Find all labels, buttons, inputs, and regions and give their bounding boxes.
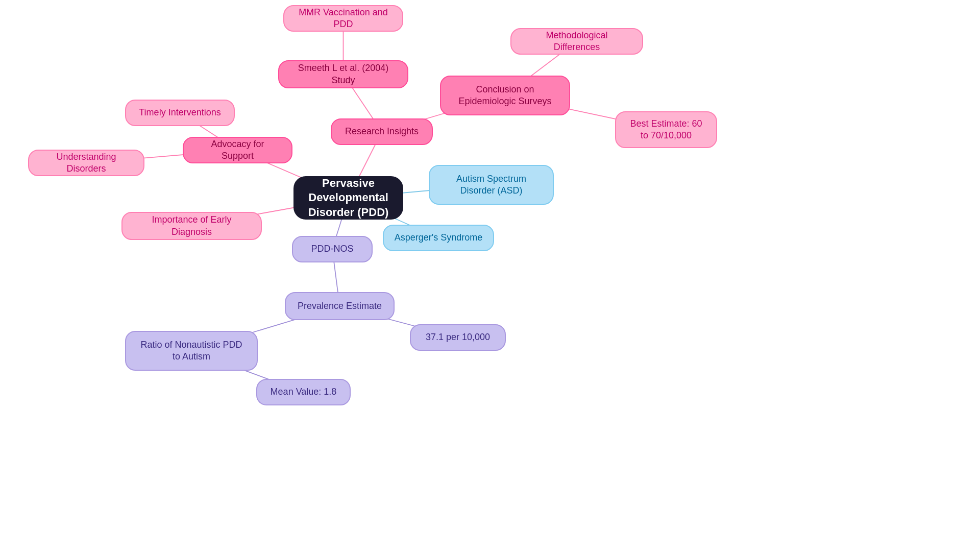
methodological-node: Methodological Differences [510, 28, 643, 55]
ratio-label: Ratio of Nonautistic PDD to Autism [136, 339, 247, 363]
advocacy-label: Advocacy for Support [194, 138, 281, 162]
smeeth-node: Smeeth L et al. (2004) Study [278, 60, 408, 88]
asperger-node: Asperger's Syndrome [383, 225, 494, 251]
understanding-node: Understanding Disorders [28, 150, 144, 176]
importance-node: Importance of Early Diagnosis [121, 212, 262, 240]
research-label: Research Insights [345, 126, 419, 137]
mean-value-label: Mean Value: 1.8 [271, 386, 337, 398]
asd-label: Autism Spectrum Disorder (ASD) [440, 173, 543, 197]
advocacy-node: Advocacy for Support [183, 137, 292, 163]
estimate37-label: 37.1 per 10,000 [426, 331, 490, 343]
importance-label: Importance of Early Diagnosis [133, 214, 251, 238]
timely-node: Timely Interventions [125, 100, 235, 126]
best-estimate-label: Best Estimate: 60 to 70/10,000 [626, 118, 706, 142]
center-label: Pervasive Developmental Disorder (PDD) [308, 176, 389, 220]
best-estimate-node: Best Estimate: 60 to 70/10,000 [615, 111, 717, 148]
asperger-label: Asperger's Syndrome [395, 232, 483, 244]
mmr-label: MMR Vaccination and PDD [295, 7, 392, 31]
conclusion-node: Conclusion on Epidemiologic Surveys [440, 76, 570, 115]
center-node: Pervasive Developmental Disorder (PDD) [293, 176, 403, 220]
asd-node: Autism Spectrum Disorder (ASD) [429, 165, 554, 205]
methodological-label: Methodological Differences [522, 30, 632, 54]
smeeth-label: Smeeth L et al. (2004) Study [289, 62, 397, 86]
mmr-node: MMR Vaccination and PDD [283, 5, 403, 32]
pdd-nos-label: PDD-NOS [311, 243, 353, 255]
ratio-node: Ratio of Nonautistic PDD to Autism [125, 331, 258, 371]
conclusion-label: Conclusion on Epidemiologic Surveys [451, 84, 559, 108]
research-insights-node: Research Insights [331, 118, 433, 145]
mean-value-node: Mean Value: 1.8 [256, 379, 351, 405]
estimate37-node: 37.1 per 10,000 [410, 324, 506, 351]
prevalence-label: Prevalence Estimate [298, 300, 382, 312]
understanding-label: Understanding Disorders [39, 151, 133, 175]
pdd-nos-node: PDD-NOS [292, 236, 373, 262]
prevalence-node: Prevalence Estimate [285, 292, 395, 320]
timely-label: Timely Interventions [139, 107, 220, 118]
